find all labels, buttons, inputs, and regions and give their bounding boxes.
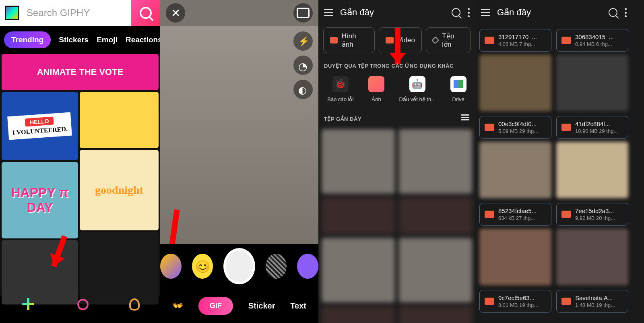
file-thumb [479, 229, 551, 285]
filter-icon [298, 85, 308, 94]
more-icon[interactable] [468, 8, 470, 17]
file-thumb[interactable] [322, 306, 395, 323]
edge-strip [632, 0, 644, 323]
search-input[interactable]: Search GIPHY [24, 0, 131, 26]
file-thumb [479, 55, 551, 111]
file-picker-screen: Gần đây Hình ảnh Video Tệp lớn DUYỆT QUA… [318, 0, 475, 323]
mode-sticker[interactable]: Sticker [248, 301, 275, 311]
menu-icon[interactable] [481, 9, 490, 16]
tab-stickers[interactable]: Stickers [59, 35, 89, 44]
mode-gif[interactable]: GIF [198, 297, 233, 315]
timer-icon [298, 60, 308, 70]
file-item[interactable]: 7ee15dd2a3...9,92 MB 20 thg... [556, 203, 628, 285]
file-thumb[interactable] [322, 129, 395, 194]
page-title: Gần đây [340, 7, 444, 18]
gif-tile[interactable] [80, 92, 159, 148]
file-item[interactable]: 9c7ecf5e63...8,01 MB 19 thg... [479, 290, 551, 313]
app-sources: 🐞Báo cáo lỗi Ảnh 🤖Dấu vết hệ th... Drive [318, 73, 475, 109]
chip-large-files[interactable]: Tệp lớn [426, 27, 471, 53]
app-drive[interactable]: Drive [450, 76, 466, 102]
gif-tile[interactable]: goodnight [80, 150, 159, 230]
android-icon: 🤖 [409, 76, 425, 92]
flip-camera-icon [297, 8, 310, 18]
file-thumb[interactable] [399, 129, 472, 194]
mode-bar: 👐 GIF Sticker Text [160, 288, 318, 323]
video-icon [561, 37, 571, 44]
video-icon [485, 211, 494, 218]
tag-icon [431, 36, 439, 44]
profile-icon[interactable] [129, 298, 140, 311]
giphy-screen: Search GIPHY Trending Stickers Emoji Rea… [0, 0, 160, 323]
effect-carousel[interactable]: 😊 [160, 244, 318, 288]
video-icon [386, 37, 394, 43]
category-tabs: Trending Stickers Emoji Reactions [0, 26, 160, 54]
video-icon [561, 211, 571, 218]
section-header: TỆP GẦN ĐÂY [318, 109, 475, 126]
recent-files-grid[interactable] [318, 126, 475, 323]
tab-trending[interactable]: Trending [4, 31, 51, 48]
effect-item[interactable] [297, 254, 318, 279]
flash-button[interactable] [293, 31, 313, 51]
camera-screen: ✕ 😊 👐 GIF Sticker Text [160, 0, 318, 323]
more-icon[interactable] [625, 8, 627, 17]
bottom-nav [0, 286, 160, 323]
giphy-logo[interactable] [0, 0, 24, 26]
close-icon: ✕ [171, 6, 180, 20]
bug-icon: 🐞 [332, 76, 349, 92]
gif-grid[interactable]: ANIMATE THE VOTE HELLOI VOLUNTEERED. HAP… [0, 54, 160, 296]
app-systrace[interactable]: 🤖Dấu vết hệ th... [399, 76, 436, 102]
gif-tile[interactable]: HAPPY π DAY [2, 162, 78, 238]
video-icon [485, 124, 494, 131]
file-thumb [556, 55, 628, 111]
flip-camera-button[interactable] [293, 3, 313, 23]
section-header: DUYỆT QUA TỆP TRONG CÁC ỨNG DỤNG KHÁC [318, 56, 475, 73]
effect-item[interactable] [160, 254, 182, 279]
file-picker-video-screen: Gần đây 312917170_...4,06 MB 7 thg... 30… [475, 0, 632, 323]
file-thumb[interactable] [399, 306, 472, 323]
file-thumb[interactable] [322, 198, 395, 234]
file-item[interactable]: 00e3c9f4df0...5,09 MB 29 thg... [479, 116, 551, 198]
search-icon[interactable] [609, 8, 617, 17]
file-item[interactable]: 41df2c884f...10,90 MB 29 thg... [556, 116, 628, 198]
file-item[interactable]: 312917170_...4,06 MB 7 thg... [479, 29, 551, 111]
file-item[interactable]: 306834015_...0,94 MB 6 thg... [556, 29, 628, 111]
file-thumb[interactable] [399, 198, 472, 234]
shutter-button[interactable] [223, 248, 255, 284]
file-thumb[interactable] [399, 238, 472, 302]
list-view-icon[interactable] [461, 114, 469, 121]
effect-item[interactable]: 😊 [192, 254, 213, 279]
flash-off-icon [298, 36, 308, 46]
file-thumb [556, 142, 628, 198]
search-icon[interactable] [452, 8, 460, 17]
tab-reactions[interactable]: Reactions [126, 35, 160, 44]
gif-tile[interactable]: ANIMATE THE VOTE [2, 54, 159, 90]
menu-icon[interactable] [324, 9, 333, 16]
gallery-icon[interactable]: 👐 [172, 300, 183, 311]
close-button[interactable]: ✕ [166, 3, 185, 23]
photos-icon [368, 76, 384, 92]
mode-text[interactable]: Text [290, 301, 306, 311]
file-item[interactable]: 85234fcfae5...634 kB 27 thg... [479, 203, 551, 285]
search-button[interactable] [131, 0, 160, 26]
video-icon [561, 298, 571, 305]
tab-emoji[interactable]: Emoji [97, 35, 118, 44]
file-thumb[interactable] [322, 238, 395, 302]
video-file-grid[interactable]: 312917170_...4,06 MB 7 thg... 306834015_… [475, 25, 632, 317]
timer-button[interactable] [293, 56, 313, 75]
create-icon[interactable] [21, 296, 37, 313]
video-icon [561, 124, 571, 131]
gif-tile[interactable]: HELLOI VOLUNTEERED. [2, 92, 78, 160]
file-item[interactable]: SaveInsta.A...1,48 MB 19 thg... [556, 290, 628, 313]
file-thumb [556, 229, 628, 285]
search-bar: Search GIPHY [0, 0, 160, 26]
video-icon [485, 37, 494, 44]
image-icon [330, 37, 338, 43]
app-photos[interactable]: Ảnh [368, 76, 384, 102]
chip-images[interactable]: Hình ảnh [323, 27, 375, 53]
file-thumb [479, 142, 551, 198]
explore-icon[interactable] [77, 299, 89, 310]
effect-item[interactable] [266, 254, 287, 279]
app-bugreport[interactable]: 🐞Báo cáo lỗi [327, 76, 353, 102]
filter-button[interactable] [293, 80, 313, 99]
drive-icon [450, 76, 466, 92]
